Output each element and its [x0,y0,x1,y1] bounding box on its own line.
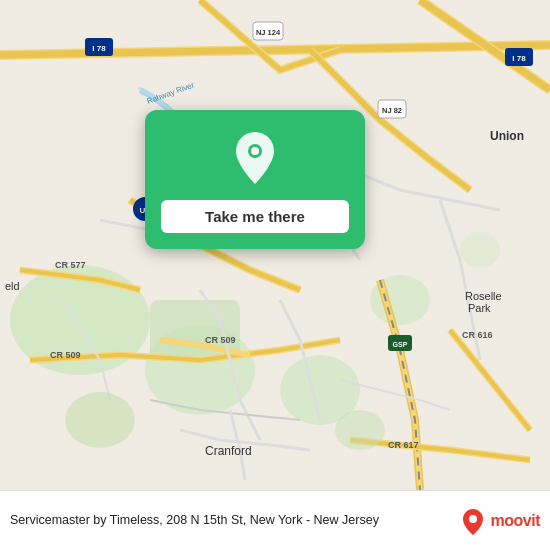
svg-text:Union: Union [490,129,524,143]
svg-text:Roselle: Roselle [465,290,502,302]
svg-text:CR 616: CR 616 [462,330,493,340]
address-text: Servicemaster by Timeless, 208 N 15th St… [10,512,459,530]
svg-text:I 78: I 78 [512,54,526,63]
svg-text:CR 577: CR 577 [55,260,86,270]
svg-text:CR 617: CR 617 [388,440,419,450]
svg-point-32 [335,410,385,450]
svg-point-35 [469,515,477,523]
pin-icon-wrap [231,130,279,190]
map-container: I 78 I 78 NJ 124 NJ 82 US CR 577 CR 509 … [0,0,550,490]
svg-text:NJ 82: NJ 82 [382,106,402,115]
svg-point-31 [65,392,135,448]
svg-text:GSP: GSP [393,341,408,348]
take-me-there-button[interactable]: Take me there [161,200,349,233]
moovit-pin-icon [459,507,487,535]
svg-text:CR 509: CR 509 [50,350,81,360]
location-card: Take me there [145,110,365,249]
svg-text:I 78: I 78 [92,44,106,53]
bottom-bar: Servicemaster by Timeless, 208 N 15th St… [0,490,550,550]
svg-text:Cranford: Cranford [205,444,252,458]
moovit-wordmark: moovit [491,512,540,530]
svg-point-30 [460,232,500,268]
svg-text:NJ 124: NJ 124 [256,28,281,37]
location-pin-icon [231,130,279,186]
svg-text:Park: Park [468,302,491,314]
svg-text:CR 509: CR 509 [205,335,236,345]
svg-point-34 [251,147,259,155]
svg-text:eld: eld [5,280,20,292]
moovit-logo: moovit [459,507,540,535]
